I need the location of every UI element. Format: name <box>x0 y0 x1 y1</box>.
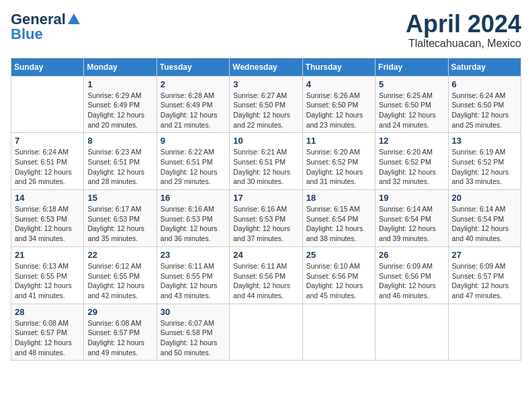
day-number: 29 <box>87 307 152 317</box>
day-number: 22 <box>87 250 152 260</box>
calendar-cell: 26Sunrise: 6:09 AM Sunset: 6:56 PM Dayli… <box>375 246 448 304</box>
week-row-2: 7Sunrise: 6:24 AM Sunset: 6:51 PM Daylig… <box>11 133 521 190</box>
calendar-cell: 15Sunrise: 6:17 AM Sunset: 6:53 PM Dayli… <box>84 190 157 247</box>
calendar-cell: 18Sunrise: 6:15 AM Sunset: 6:54 PM Dayli… <box>302 190 375 247</box>
calendar-cell: 5Sunrise: 6:25 AM Sunset: 6:50 PM Daylig… <box>375 76 448 133</box>
week-row-5: 28Sunrise: 6:08 AM Sunset: 6:57 PM Dayli… <box>11 304 521 361</box>
calendar-cell: 20Sunrise: 6:14 AM Sunset: 6:54 PM Dayli… <box>448 190 521 247</box>
day-header-wednesday: Wednesday <box>230 58 302 76</box>
calendar-cell: 8Sunrise: 6:23 AM Sunset: 6:51 PM Daylig… <box>84 133 157 190</box>
calendar-cell: 21Sunrise: 6:13 AM Sunset: 6:55 PM Dayli… <box>11 246 84 304</box>
day-info: Sunrise: 6:21 AM Sunset: 6:51 PM Dayligh… <box>233 147 298 187</box>
day-number: 28 <box>15 307 80 317</box>
day-number: 9 <box>161 136 226 146</box>
day-number: 12 <box>379 136 444 146</box>
calendar-cell: 27Sunrise: 6:09 AM Sunset: 6:57 PM Dayli… <box>448 246 521 304</box>
day-info: Sunrise: 6:20 AM Sunset: 6:52 PM Dayligh… <box>379 147 444 187</box>
day-number: 18 <box>306 193 371 203</box>
day-number: 8 <box>87 136 152 146</box>
day-number: 19 <box>379 193 444 203</box>
calendar-cell: 6Sunrise: 6:24 AM Sunset: 6:50 PM Daylig… <box>448 76 521 133</box>
day-number: 14 <box>15 193 80 203</box>
day-info: Sunrise: 6:27 AM Sunset: 6:50 PM Dayligh… <box>233 91 298 130</box>
day-info: Sunrise: 6:24 AM Sunset: 6:51 PM Dayligh… <box>15 147 80 187</box>
day-info: Sunrise: 6:11 AM Sunset: 6:56 PM Dayligh… <box>233 261 298 301</box>
day-info: Sunrise: 6:08 AM Sunset: 6:57 PM Dayligh… <box>15 318 80 358</box>
day-number: 26 <box>379 250 444 260</box>
day-info: Sunrise: 6:13 AM Sunset: 6:55 PM Dayligh… <box>15 261 80 301</box>
day-number: 13 <box>452 136 517 146</box>
svg-marker-0 <box>68 13 80 24</box>
calendar-cell: 7Sunrise: 6:24 AM Sunset: 6:51 PM Daylig… <box>11 133 84 190</box>
week-row-1: 1Sunrise: 6:29 AM Sunset: 6:49 PM Daylig… <box>11 76 521 133</box>
month-title: April 2024 <box>406 11 521 38</box>
calendar-table: SundayMondayTuesdayWednesdayThursdayFrid… <box>11 58 521 361</box>
calendar-cell: 13Sunrise: 6:19 AM Sunset: 6:52 PM Dayli… <box>448 133 521 190</box>
calendar-cell: 28Sunrise: 6:08 AM Sunset: 6:57 PM Dayli… <box>11 304 84 361</box>
day-number: 20 <box>452 193 517 203</box>
location-title: Tlaltecahuacan, Mexico <box>406 38 521 50</box>
header: General Blue April 2024 Tlaltecahuacan, … <box>11 11 521 50</box>
calendar-cell <box>11 76 84 133</box>
day-number: 6 <box>452 79 517 89</box>
day-info: Sunrise: 6:28 AM Sunset: 6:49 PM Dayligh… <box>161 91 226 130</box>
calendar-cell: 30Sunrise: 6:07 AM Sunset: 6:58 PM Dayli… <box>157 304 229 361</box>
calendar-cell: 22Sunrise: 6:12 AM Sunset: 6:55 PM Dayli… <box>84 246 157 304</box>
day-number: 10 <box>233 136 298 146</box>
day-info: Sunrise: 6:10 AM Sunset: 6:56 PM Dayligh… <box>306 261 371 301</box>
day-info: Sunrise: 6:16 AM Sunset: 6:53 PM Dayligh… <box>161 204 226 244</box>
day-info: Sunrise: 6:16 AM Sunset: 6:53 PM Dayligh… <box>233 204 298 244</box>
calendar-header-row: SundayMondayTuesdayWednesdayThursdayFrid… <box>11 58 521 76</box>
calendar-cell: 19Sunrise: 6:14 AM Sunset: 6:54 PM Dayli… <box>375 190 448 247</box>
calendar-cell: 14Sunrise: 6:18 AM Sunset: 6:53 PM Dayli… <box>11 190 84 247</box>
calendar-cell <box>448 304 521 361</box>
day-number: 11 <box>306 136 371 146</box>
day-info: Sunrise: 6:09 AM Sunset: 6:56 PM Dayligh… <box>379 261 444 301</box>
calendar-cell: 10Sunrise: 6:21 AM Sunset: 6:51 PM Dayli… <box>230 133 302 190</box>
day-number: 25 <box>306 250 371 260</box>
day-info: Sunrise: 6:11 AM Sunset: 6:55 PM Dayligh… <box>161 261 226 301</box>
day-info: Sunrise: 6:18 AM Sunset: 6:53 PM Dayligh… <box>15 204 80 244</box>
day-info: Sunrise: 6:24 AM Sunset: 6:50 PM Dayligh… <box>452 91 517 130</box>
day-number: 30 <box>161 307 226 317</box>
day-header-thursday: Thursday <box>302 58 375 76</box>
title-block: April 2024 Tlaltecahuacan, Mexico <box>406 11 521 50</box>
day-info: Sunrise: 6:14 AM Sunset: 6:54 PM Dayligh… <box>452 204 517 244</box>
calendar-cell: 16Sunrise: 6:16 AM Sunset: 6:53 PM Dayli… <box>157 190 229 247</box>
day-info: Sunrise: 6:08 AM Sunset: 6:57 PM Dayligh… <box>87 318 152 358</box>
day-number: 16 <box>161 193 226 203</box>
day-info: Sunrise: 6:26 AM Sunset: 6:50 PM Dayligh… <box>306 91 371 130</box>
day-number: 4 <box>306 79 371 89</box>
day-number: 17 <box>233 193 298 203</box>
day-header-tuesday: Tuesday <box>157 58 229 76</box>
day-header-sunday: Sunday <box>11 58 84 76</box>
day-info: Sunrise: 6:19 AM Sunset: 6:52 PM Dayligh… <box>452 147 517 187</box>
day-number: 15 <box>87 193 152 203</box>
day-info: Sunrise: 6:07 AM Sunset: 6:58 PM Dayligh… <box>161 318 226 358</box>
calendar-body: 1Sunrise: 6:29 AM Sunset: 6:49 PM Daylig… <box>11 76 521 361</box>
day-number: 27 <box>452 250 517 260</box>
calendar-cell: 23Sunrise: 6:11 AM Sunset: 6:55 PM Dayli… <box>157 246 229 304</box>
day-number: 21 <box>15 250 80 260</box>
calendar-cell: 3Sunrise: 6:27 AM Sunset: 6:50 PM Daylig… <box>230 76 302 133</box>
calendar-cell: 4Sunrise: 6:26 AM Sunset: 6:50 PM Daylig… <box>302 76 375 133</box>
day-header-friday: Friday <box>375 58 448 76</box>
logo-icon <box>66 12 81 27</box>
day-info: Sunrise: 6:29 AM Sunset: 6:49 PM Dayligh… <box>87 91 152 130</box>
calendar-cell: 11Sunrise: 6:20 AM Sunset: 6:52 PM Dayli… <box>302 133 375 190</box>
day-number: 24 <box>233 250 298 260</box>
day-number: 5 <box>379 79 444 89</box>
day-info: Sunrise: 6:22 AM Sunset: 6:51 PM Dayligh… <box>161 147 226 187</box>
day-info: Sunrise: 6:23 AM Sunset: 6:51 PM Dayligh… <box>87 147 152 187</box>
day-info: Sunrise: 6:14 AM Sunset: 6:54 PM Dayligh… <box>379 204 444 244</box>
day-number: 1 <box>87 79 152 89</box>
day-info: Sunrise: 6:17 AM Sunset: 6:53 PM Dayligh… <box>87 204 152 244</box>
day-header-saturday: Saturday <box>448 58 521 76</box>
calendar-cell <box>302 304 375 361</box>
calendar-cell <box>230 304 302 361</box>
week-row-4: 21Sunrise: 6:13 AM Sunset: 6:55 PM Dayli… <box>11 246 521 304</box>
calendar-cell <box>375 304 448 361</box>
day-number: 2 <box>161 79 226 89</box>
logo-blue: Blue <box>11 26 43 43</box>
day-info: Sunrise: 6:12 AM Sunset: 6:55 PM Dayligh… <box>87 261 152 301</box>
